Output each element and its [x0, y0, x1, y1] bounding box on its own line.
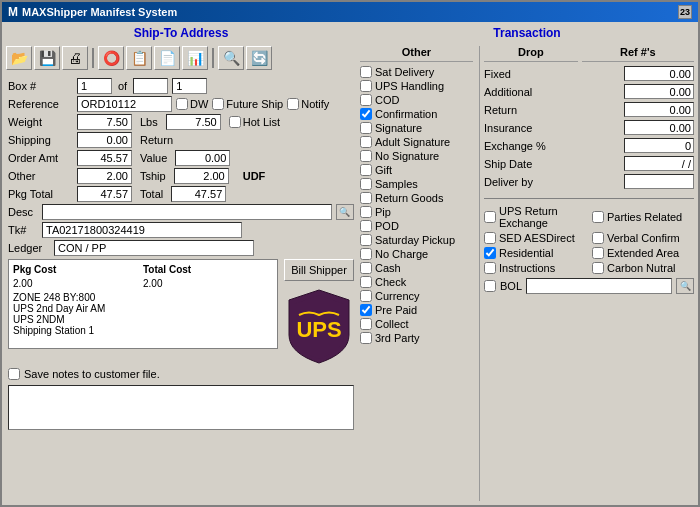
other-checkbox-12[interactable]: [360, 234, 372, 246]
other-checkbox-label-15: Check: [360, 276, 473, 288]
ledger-input[interactable]: [54, 240, 254, 256]
hot-list-checkbox[interactable]: [229, 116, 241, 128]
pkg-cost-header: Pkg Cost: [13, 264, 143, 275]
bill-shipper-button[interactable]: Bill Shipper: [284, 259, 354, 281]
other-checkbox-0[interactable]: [360, 66, 372, 78]
toolbar-btn-open[interactable]: 📂: [6, 46, 32, 70]
other-checkbox-19[interactable]: [360, 332, 372, 344]
other-checkbox-11[interactable]: [360, 220, 372, 232]
bol-input[interactable]: [526, 278, 672, 294]
toolbar-btn-circle[interactable]: ⭕: [98, 46, 124, 70]
other-checkbox-label-12: Saturday Pickup: [360, 234, 473, 246]
right-checkbox-4[interactable]: [484, 247, 496, 259]
other-checkbox-2[interactable]: [360, 94, 372, 106]
other-checkbox-10[interactable]: [360, 206, 372, 218]
desc-search-btn[interactable]: 🔍: [336, 204, 354, 220]
right-checkbox-6[interactable]: [484, 262, 496, 274]
order-amt-input[interactable]: [77, 150, 132, 166]
other-checkbox-15[interactable]: [360, 276, 372, 288]
dw-checkbox[interactable]: [176, 98, 188, 110]
ref-label-1: Additional: [484, 86, 554, 98]
service-cost-row: 2.00 2.00: [13, 278, 273, 289]
order-amt-row: Order Amt Value: [8, 150, 354, 166]
total-input[interactable]: [171, 186, 226, 202]
ref-input-4[interactable]: [624, 138, 694, 153]
left-panel: Ship-To Address 📂 💾 🖨 ⭕ 📋 📄 📊 🔍 🔄 Bo: [6, 26, 356, 501]
toolbar-btn-refresh[interactable]: 🔄: [246, 46, 272, 70]
other-checkbox-3[interactable]: [360, 108, 372, 120]
other-checkbox-text-15: Check: [375, 276, 406, 288]
right-checkbox-7[interactable]: [592, 262, 604, 274]
save-notes-checkbox[interactable]: [8, 368, 20, 380]
other-checkbox-4[interactable]: [360, 122, 372, 134]
other-checkbox-16[interactable]: [360, 290, 372, 302]
ref-input-0[interactable]: [624, 66, 694, 81]
right-checkbox-label-0: UPS Return Exchange: [484, 205, 586, 229]
weight-input[interactable]: [77, 114, 132, 130]
box-total-input[interactable]: [172, 78, 207, 94]
pkg-total-input[interactable]: [77, 186, 132, 202]
other-checkbox-8[interactable]: [360, 178, 372, 190]
other-checkbox-label-0: Sat Delivery: [360, 66, 473, 78]
weight-right-input[interactable]: [166, 114, 221, 130]
service-info-area: Pkg Cost Total Cost 2.00 2.00 ZONE 248 B…: [8, 259, 278, 365]
notes-textarea[interactable]: [8, 385, 354, 430]
future-ship-text: Future Ship: [226, 98, 283, 110]
value-input[interactable]: [175, 150, 230, 166]
bottom-area: Pkg Cost Total Cost 2.00 2.00 ZONE 248 B…: [8, 259, 354, 365]
shipping-label: Shipping: [8, 134, 73, 146]
right-checkbox-2[interactable]: [484, 232, 496, 244]
right-checkbox-3[interactable]: [592, 232, 604, 244]
future-ship-checkbox[interactable]: [212, 98, 224, 110]
toolbar-btn-print[interactable]: 🖨: [62, 46, 88, 70]
toolbar-btn-chart[interactable]: 📊: [182, 46, 208, 70]
other-checkbox-9[interactable]: [360, 192, 372, 204]
toolbar-btn-search[interactable]: 🔍: [218, 46, 244, 70]
other-checkbox-1[interactable]: [360, 80, 372, 92]
other-checkbox-14[interactable]: [360, 262, 372, 274]
right-checkbox-0[interactable]: [484, 211, 496, 223]
right-checkbox-5[interactable]: [592, 247, 604, 259]
other-checkbox-18[interactable]: [360, 318, 372, 330]
other-checkbox-6[interactable]: [360, 150, 372, 162]
hot-list-text: Hot List: [243, 116, 280, 128]
right-checkbox-1[interactable]: [592, 211, 604, 223]
ref-input-6[interactable]: [624, 174, 694, 189]
other-checkbox-5[interactable]: [360, 136, 372, 148]
other-checkbox-text-4: Signature: [375, 122, 422, 134]
toolbar-btn-copy[interactable]: 📋: [126, 46, 152, 70]
other-checkbox-7[interactable]: [360, 164, 372, 176]
tk-input[interactable]: [42, 222, 242, 238]
other-checkbox-label-19: 3rd Party: [360, 332, 473, 344]
ref-input-5[interactable]: [624, 156, 694, 171]
notify-checkbox[interactable]: [287, 98, 299, 110]
ref-row-0: Fixed: [484, 66, 694, 81]
tship-input[interactable]: [174, 168, 229, 184]
shipping-input[interactable]: [77, 132, 132, 148]
other-row: Other Tship UDF: [8, 168, 354, 184]
ref-input-2[interactable]: [624, 102, 694, 117]
ups-logo: UPS: [284, 285, 354, 365]
other-checkbox-17[interactable]: [360, 304, 372, 316]
bol-checkbox[interactable]: [484, 280, 496, 292]
ref-row-6: Deliver by: [484, 174, 694, 189]
other-input[interactable]: [77, 168, 132, 184]
ref-input-1[interactable]: [624, 84, 694, 99]
other-checkbox-text-18: Collect: [375, 318, 409, 330]
bol-search-btn[interactable]: 🔍: [676, 278, 694, 294]
save-notes-label: Save notes to customer file.: [24, 368, 160, 380]
pkg-total-row: Pkg Total Total: [8, 186, 354, 202]
right-checkbox-text-2: SED AESDirect: [499, 232, 575, 244]
other-checkbox-text-8: Samples: [375, 178, 418, 190]
reference-input[interactable]: [77, 96, 172, 112]
close-button[interactable]: 23: [678, 5, 692, 19]
box-num-input[interactable]: [77, 78, 112, 94]
toolbar-btn-save[interactable]: 💾: [34, 46, 60, 70]
ref-input-3[interactable]: [624, 120, 694, 135]
other-checkbox-13[interactable]: [360, 248, 372, 260]
toolbar-btn-doc[interactable]: 📄: [154, 46, 180, 70]
drop-refs-header-row: Drop Ref #'s: [484, 46, 694, 66]
pkg-cost-value: 2.00: [13, 278, 143, 289]
desc-input[interactable]: [42, 204, 332, 220]
box-of-input[interactable]: [133, 78, 168, 94]
